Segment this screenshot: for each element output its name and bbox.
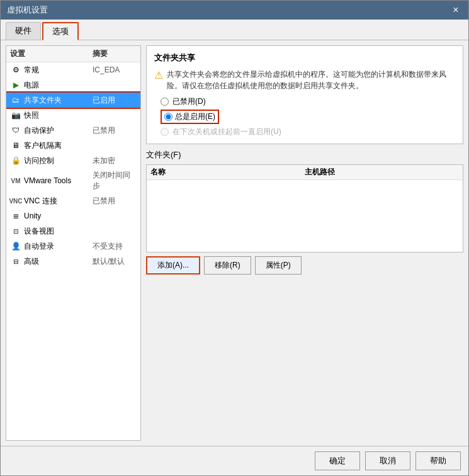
sidebar-item-unity[interactable]: ⊞ Unity bbox=[6, 208, 140, 224]
item-name-guest-isolation: 客户机隔离 bbox=[24, 140, 93, 151]
device-icon: ⊡ bbox=[10, 225, 21, 237]
sidebar-item-autologin[interactable]: 👤 自动登录 不受支持 bbox=[6, 239, 140, 254]
autologin-icon: 👤 bbox=[10, 241, 21, 252]
folder-table-body[interactable] bbox=[147, 180, 463, 252]
left-panel: 设置 摘要 ⚙ 常规 IC_EDA ▶ 电源 🗂 共享文件夹 已启用 bbox=[6, 45, 141, 441]
radio-input-until[interactable] bbox=[161, 128, 169, 136]
access-icon: 🔒 bbox=[10, 155, 21, 166]
item-name-vnc: VNC 连接 bbox=[24, 196, 93, 207]
item-name-autoprotect: 自动保护 bbox=[24, 125, 93, 136]
item-name-vmware-tools: VMware Tools bbox=[24, 176, 93, 185]
sidebar-item-general[interactable]: ⚙ 常规 IC_EDA bbox=[6, 62, 140, 77]
advanced-icon: ⊟ bbox=[10, 256, 21, 267]
item-name-power: 电源 bbox=[24, 80, 93, 91]
unity-icon: ⊞ bbox=[10, 210, 21, 222]
sidebar-item-snapshots[interactable]: 📷 快照 bbox=[6, 108, 140, 123]
folder-label: 文件夹(F) bbox=[146, 149, 463, 161]
item-value-access-control: 未加密 bbox=[93, 156, 137, 166]
tabs-bar: 硬件 选项 bbox=[1, 20, 468, 40]
radio-input-disabled[interactable] bbox=[161, 98, 169, 106]
folder-table: 名称 主机路径 bbox=[146, 164, 463, 252]
ok-button[interactable]: 确定 bbox=[315, 451, 360, 470]
item-value-advanced: 默认/默认 bbox=[93, 256, 137, 267]
folder-table-header: 名称 主机路径 bbox=[147, 165, 463, 180]
folder-section: 文件夹(F) 名称 主机路径 添加(A)... 移除(R) 属性(P) bbox=[146, 149, 463, 441]
item-name-general: 常规 bbox=[24, 65, 93, 76]
sidebar-item-vmware-tools[interactable]: VM VMware Tools 关闭时间同步 bbox=[6, 168, 140, 193]
vnc-icon: VNC bbox=[10, 195, 21, 207]
sidebar-item-advanced[interactable]: ⊟ 高级 默认/默认 bbox=[6, 254, 140, 269]
item-name-snapshots: 快照 bbox=[24, 110, 93, 121]
tab-hardware[interactable]: 硬件 bbox=[6, 22, 41, 40]
sidebar-item-device-view[interactable]: ⊡ 设备视图 bbox=[6, 224, 140, 239]
help-button[interactable]: 帮助 bbox=[415, 451, 461, 470]
item-value-vnc: 已禁用 bbox=[93, 196, 137, 207]
sidebar-item-shared-folders[interactable]: 🗂 共享文件夹 已启用 bbox=[6, 93, 140, 108]
radio-label-disabled: 已禁用(D) bbox=[172, 96, 206, 107]
item-name-unity: Unity bbox=[24, 212, 93, 220]
warning-row: ⚠ 共享文件夹会将您的文件显示给虚拟机中的程序。这可能为您的计算机和数据带来风险… bbox=[154, 69, 455, 91]
radio-label-until: 在下次关机或挂起前一直启用(U) bbox=[172, 127, 281, 137]
radio-label-always: 总是启用(E) bbox=[175, 111, 215, 122]
tab-options[interactable]: 选项 bbox=[42, 22, 79, 40]
isolation-icon: 🖥 bbox=[10, 140, 21, 151]
item-value-autologin: 不受支持 bbox=[93, 241, 137, 252]
folder-share-section: 文件夹共享 ⚠ 共享文件夹会将您的文件显示给虚拟机中的程序。这可能为您的计算机和… bbox=[146, 45, 463, 144]
item-name-shared-folders: 共享文件夹 bbox=[24, 95, 93, 106]
power-icon: ▶ bbox=[10, 79, 21, 91]
col-path-header: 主机路径 bbox=[305, 167, 459, 178]
radio-group: 已禁用(D) 总是启用(E) 在下次关机或挂起前一直启用(U) bbox=[154, 96, 455, 137]
add-button[interactable]: 添加(A)... bbox=[146, 256, 200, 275]
warning-icon: ⚠ bbox=[154, 69, 163, 91]
warning-text: 共享文件夹会将您的文件显示给虚拟机中的程序。这可能为您的计算机和数据带来风险。请… bbox=[167, 69, 455, 91]
radio-until[interactable]: 在下次关机或挂起前一直启用(U) bbox=[161, 127, 455, 137]
content-area: 设置 摘要 ⚙ 常规 IC_EDA ▶ 电源 🗂 共享文件夹 已启用 bbox=[1, 40, 468, 446]
radio-input-always[interactable] bbox=[164, 113, 172, 121]
folder-share-title: 文件夹共享 bbox=[154, 52, 455, 64]
item-value-shared-folders: 已启用 bbox=[93, 95, 137, 106]
col-name-header: 名称 bbox=[150, 167, 305, 178]
radio-always[interactable]: 总是启用(E) bbox=[161, 110, 455, 124]
title-bar: 虚拟机设置 × bbox=[1, 1, 468, 20]
radio-disabled[interactable]: 已禁用(D) bbox=[161, 96, 455, 107]
item-name-autologin: 自动登录 bbox=[24, 241, 93, 252]
folder-buttons: 添加(A)... 移除(R) 属性(P) bbox=[146, 256, 463, 275]
left-panel-header: 设置 摘要 bbox=[6, 46, 140, 62]
folder-share-icon: 🗂 bbox=[10, 94, 21, 106]
item-name-device-view: 设备视图 bbox=[24, 226, 93, 237]
shield-icon: 🛡 bbox=[10, 125, 21, 136]
sidebar-item-autoprotect[interactable]: 🛡 自动保护 已禁用 bbox=[6, 123, 140, 138]
camera-icon: 📷 bbox=[10, 110, 21, 121]
vmware-icon: VM bbox=[10, 175, 21, 186]
sidebar-item-access-control[interactable]: 🔒 访问控制 未加密 bbox=[6, 153, 140, 168]
item-name-access-control: 访问控制 bbox=[24, 156, 93, 166]
bottom-bar: 确定 取消 帮助 bbox=[1, 446, 468, 475]
sidebar-item-guest-isolation[interactable]: 🖥 客户机隔离 bbox=[6, 138, 140, 153]
remove-button[interactable]: 移除(R) bbox=[204, 256, 251, 275]
item-value-vmware-tools: 关闭时间同步 bbox=[93, 170, 137, 191]
gear-icon: ⚙ bbox=[10, 64, 21, 76]
col-summary: 摘要 bbox=[93, 48, 137, 59]
properties-button[interactable]: 属性(P) bbox=[255, 256, 302, 275]
right-panel: 文件夹共享 ⚠ 共享文件夹会将您的文件显示给虚拟机中的程序。这可能为您的计算机和… bbox=[146, 45, 463, 441]
dialog-title: 虚拟机设置 bbox=[7, 4, 48, 16]
sidebar-item-vnc[interactable]: VNC VNC 连接 已禁用 bbox=[6, 193, 140, 208]
close-button[interactable]: × bbox=[449, 4, 462, 16]
item-value-autoprotect: 已禁用 bbox=[93, 125, 137, 136]
item-name-advanced: 高级 bbox=[24, 256, 93, 267]
sidebar-item-power[interactable]: ▶ 电源 bbox=[6, 77, 140, 93]
cancel-button[interactable]: 取消 bbox=[365, 451, 410, 470]
vm-settings-dialog: 虚拟机设置 × 硬件 选项 设置 摘要 ⚙ 常规 IC_EDA ▶ 电源 bbox=[0, 0, 469, 476]
item-value-general: IC_EDA bbox=[93, 65, 137, 74]
col-setting: 设置 bbox=[10, 48, 93, 59]
